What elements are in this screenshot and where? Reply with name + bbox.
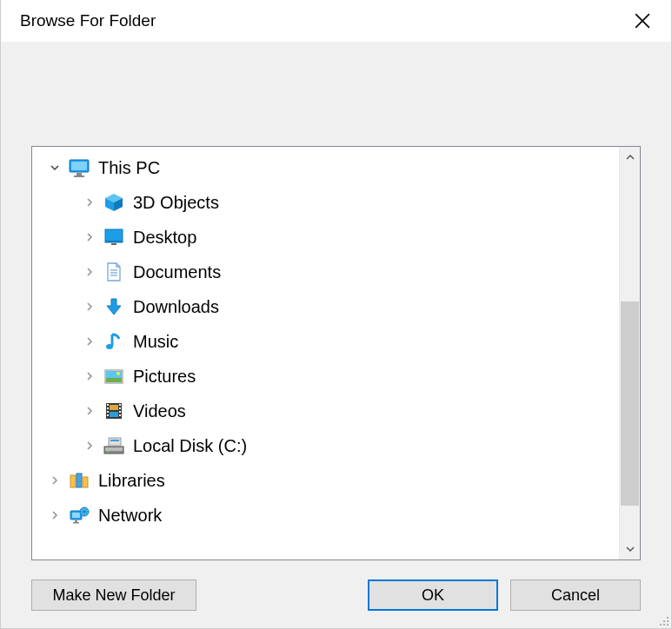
svg-rect-18 (106, 378, 122, 382)
film-icon (102, 399, 126, 423)
chevron-right-icon[interactable] (46, 507, 63, 524)
svg-point-44 (667, 617, 669, 619)
cancel-button[interactable]: Cancel (510, 579, 641, 611)
svg-rect-30 (119, 414, 121, 416)
svg-point-47 (660, 624, 662, 626)
libraries-icon (67, 468, 91, 493)
svg-rect-4 (77, 173, 82, 175)
button-row-right: OK Cancel (368, 579, 641, 611)
svg-rect-41 (75, 520, 77, 522)
scrollbar[interactable] (619, 147, 640, 559)
svg-rect-10 (105, 241, 123, 242)
tree-item-documents[interactable]: Documents (37, 255, 619, 289)
chevron-right-icon[interactable] (81, 437, 98, 454)
ok-button[interactable]: OK (368, 579, 498, 611)
button-row: Make New Folder OK Cancel (31, 560, 641, 611)
tree-item-libraries[interactable]: Libraries (37, 463, 619, 498)
tree-scroll-area: This PC 3D Objects (32, 147, 619, 559)
scroll-track[interactable] (620, 168, 640, 539)
tree-item-videos[interactable]: Videos (37, 394, 619, 428)
svg-rect-36 (70, 475, 76, 487)
svg-point-33 (107, 451, 109, 453)
chevron-right-icon[interactable] (46, 472, 63, 489)
svg-rect-27 (119, 404, 121, 406)
chevron-right-icon[interactable] (81, 298, 98, 315)
tree-item-label: Libraries (98, 471, 165, 491)
close-button[interactable] (629, 8, 655, 34)
svg-point-49 (667, 624, 669, 626)
scroll-down-button[interactable] (620, 539, 640, 559)
svg-rect-26 (107, 414, 109, 416)
tree-item-label: Network (98, 506, 162, 526)
svg-rect-5 (74, 175, 84, 177)
tree-item-label: Pictures (133, 367, 196, 387)
tree-item-label: Downloads (133, 297, 219, 317)
svg-rect-32 (105, 447, 123, 451)
svg-point-19 (116, 372, 120, 375)
tree-item-local-disk[interactable]: Local Disk (C:) (37, 428, 619, 463)
download-arrow-icon (102, 295, 126, 319)
svg-rect-40 (72, 513, 80, 518)
tree-item-label: Music (133, 332, 178, 352)
svg-rect-24 (107, 407, 109, 409)
chevron-right-icon[interactable] (81, 228, 98, 246)
tree-item-music[interactable]: Music (37, 324, 619, 359)
chevron-right-icon[interactable] (81, 194, 98, 211)
drive-icon (102, 434, 126, 458)
svg-rect-11 (111, 243, 116, 245)
tree-item-this-pc[interactable]: This PC (37, 150, 619, 185)
svg-point-45 (663, 620, 665, 622)
monitor-icon (67, 156, 91, 180)
chevron-down-icon[interactable] (46, 159, 63, 176)
svg-rect-42 (73, 522, 79, 524)
window-title: Browse For Folder (20, 11, 156, 30)
browse-folder-dialog: Browse For Folder This PC (0, 0, 672, 629)
document-icon (102, 260, 126, 284)
svg-rect-37 (77, 473, 82, 487)
close-icon (635, 13, 650, 29)
tree-item-label: 3D Objects (133, 193, 219, 213)
svg-rect-22 (110, 412, 118, 417)
tree-item-label: Local Disk (C:) (133, 436, 247, 456)
titlebar: Browse For Folder (1, 0, 671, 42)
svg-point-46 (667, 620, 669, 622)
tree-item-network[interactable]: Network (37, 498, 619, 533)
svg-rect-35 (110, 440, 119, 441)
svg-rect-25 (107, 411, 109, 413)
tree-item-label: Videos (133, 401, 186, 421)
resize-grip-icon[interactable] (657, 614, 669, 626)
chevron-right-icon[interactable] (81, 263, 98, 281)
scroll-up-button[interactable] (620, 147, 640, 168)
svg-rect-21 (110, 405, 118, 410)
tree-item-desktop[interactable]: Desktop (37, 220, 619, 255)
tree-item-label: Desktop (133, 228, 196, 248)
svg-rect-38 (83, 477, 88, 487)
svg-rect-23 (107, 404, 109, 406)
tree-item-label: This PC (98, 158, 160, 178)
folder-tree: This PC 3D Objects (31, 146, 641, 560)
chevron-right-icon[interactable] (81, 367, 98, 385)
svg-rect-29 (119, 411, 121, 413)
scroll-thumb[interactable] (621, 301, 639, 506)
chevron-right-icon[interactable] (81, 402, 98, 420)
svg-rect-3 (71, 162, 87, 170)
tree-item-pictures[interactable]: Pictures (37, 359, 619, 394)
desktop-icon (102, 225, 126, 249)
tree-item-3d-objects[interactable]: 3D Objects (37, 185, 619, 220)
music-note-icon (102, 329, 126, 354)
svg-point-48 (663, 624, 665, 626)
chevron-right-icon[interactable] (81, 333, 98, 350)
network-icon (67, 503, 91, 527)
cube-icon (102, 190, 126, 215)
svg-rect-28 (119, 407, 121, 409)
tree-item-label: Documents (133, 262, 221, 282)
picture-icon (102, 364, 126, 388)
svg-point-15 (106, 344, 113, 349)
svg-rect-34 (109, 438, 121, 446)
svg-rect-9 (105, 229, 123, 242)
content-area: This PC 3D Objects (1, 42, 671, 628)
make-new-folder-button[interactable]: Make New Folder (31, 579, 196, 611)
tree-item-downloads[interactable]: Downloads (37, 289, 619, 324)
